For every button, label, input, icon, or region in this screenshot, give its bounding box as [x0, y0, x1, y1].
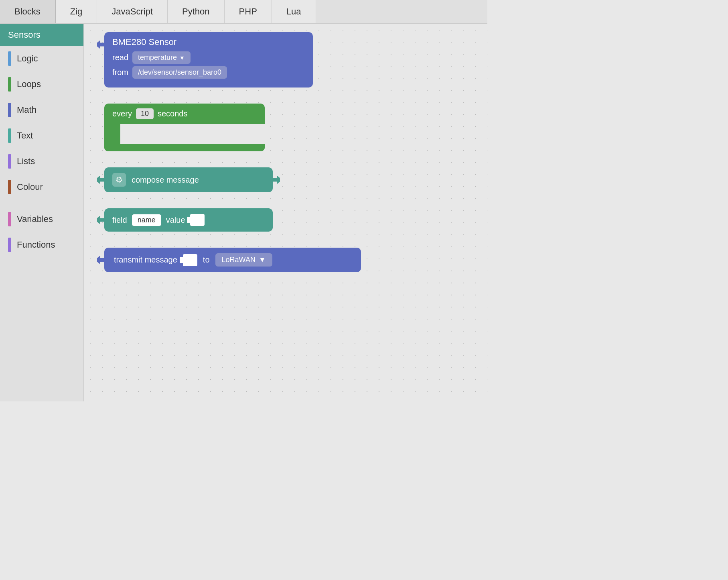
sidebar-divider [0, 200, 83, 206]
sidebar-item-colour[interactable]: Colour [0, 174, 83, 200]
text-color-bar [8, 128, 11, 143]
canvas: BME280 Sensor read temperature ▼ from /d… [84, 24, 487, 401]
sidebar-item-variables-label: Variables [17, 214, 53, 224]
transmit-puzzle-connector [183, 254, 197, 266]
every-bottom [104, 144, 265, 151]
math-color-bar [8, 103, 11, 117]
read-value: temperature [138, 53, 177, 62]
sidebar-item-loops-label: Loops [17, 79, 41, 90]
every-number[interactable]: 10 [136, 108, 154, 119]
tab-python-label: Python [182, 6, 210, 17]
variables-color-bar [8, 212, 11, 226]
every-label-after: seconds [158, 109, 188, 118]
field-value-slot [190, 214, 205, 226]
tab-zig-label: Zig [70, 6, 83, 17]
sidebar-item-variables[interactable]: Variables [0, 206, 83, 232]
sidebar-item-colour-label: Colour [17, 182, 43, 192]
tab-blocks-label: Blocks [14, 6, 41, 17]
tab-php[interactable]: PHP [225, 0, 272, 23]
read-label: read [112, 53, 128, 62]
sidebar-item-text[interactable]: Text [0, 123, 83, 149]
gear-icon: ⚙ [112, 173, 126, 187]
tab-php-label: PHP [239, 6, 257, 17]
sidebar: Sensors Logic Loops Math Text Lists [0, 24, 84, 401]
main-layout: Sensors Logic Loops Math Text Lists [0, 24, 487, 401]
sidebar-item-logic-label: Logic [17, 53, 38, 64]
lorawan-dropdown[interactable]: LoRaWAN ▼ [215, 253, 272, 267]
block-every[interactable]: every 10 seconds [104, 104, 265, 151]
sidebar-item-functions-label: Functions [17, 240, 55, 250]
lorawan-arrow: ▼ [259, 256, 266, 264]
field-label: field [112, 216, 127, 225]
lorawan-value: LoRaWAN [222, 256, 256, 264]
block-transmit[interactable]: transmit message to LoRaWAN ▼ [104, 248, 361, 272]
transmit-to-label: to [203, 255, 210, 265]
tab-python[interactable]: Python [168, 0, 225, 23]
read-dropdown-arrow: ▼ [179, 55, 185, 61]
sidebar-item-math-label: Math [17, 105, 37, 115]
loops-color-bar [8, 77, 11, 92]
every-left-arm [104, 124, 120, 144]
block-compose[interactable]: ⚙ compose message [104, 167, 273, 192]
logic-color-bar [8, 51, 11, 66]
sidebar-item-loops[interactable]: Loops [0, 71, 83, 97]
transmit-label: transmit message [114, 255, 177, 265]
tab-javascript-label: JavaScript [112, 6, 153, 17]
compose-label: compose message [132, 175, 199, 185]
every-top-row: every 10 seconds [104, 104, 265, 124]
sidebar-item-logic[interactable]: Logic [0, 46, 83, 71]
sidebar-item-functions[interactable]: Functions [0, 232, 83, 258]
functions-color-bar [8, 238, 11, 252]
tab-javascript[interactable]: JavaScript [97, 0, 168, 23]
from-value[interactable]: /dev/sensor/sensor_baro0 [132, 66, 227, 79]
tab-lua[interactable]: Lua [272, 0, 316, 23]
block-field[interactable]: field name value [104, 208, 273, 232]
bme280-from-row: from /dev/sensor/sensor_baro0 [112, 66, 305, 79]
lists-color-bar [8, 154, 11, 169]
header-tabs: Blocks Zig JavaScript Python PHP Lua [0, 0, 487, 24]
sidebar-item-math[interactable]: Math [0, 97, 83, 123]
bme280-read-row: read temperature ▼ [112, 51, 305, 64]
sidebar-item-lists-label: Lists [17, 156, 35, 167]
every-c-body [104, 124, 265, 144]
colour-color-bar [8, 180, 11, 194]
tab-lua-label: Lua [286, 6, 301, 17]
every-inner-slot [120, 124, 265, 144]
tab-blocks[interactable]: Blocks [0, 0, 56, 23]
bme280-title: BME280 Sensor [112, 37, 305, 47]
sidebar-item-sensors[interactable]: Sensors [0, 24, 83, 46]
sidebar-item-lists[interactable]: Lists [0, 149, 83, 174]
block-bme280[interactable]: BME280 Sensor read temperature ▼ from /d… [104, 32, 313, 88]
block-area: BME280 Sensor read temperature ▼ from /d… [104, 32, 361, 288]
gear-symbol: ⚙ [116, 175, 123, 185]
sidebar-item-sensors-label: Sensors [8, 30, 41, 40]
sidebar-item-text-label: Text [17, 130, 33, 141]
read-dropdown[interactable]: temperature ▼ [132, 51, 191, 64]
field-name-badge[interactable]: name [132, 214, 161, 226]
tab-zig[interactable]: Zig [56, 0, 97, 23]
from-label: from [112, 68, 128, 77]
every-label-before: every [112, 109, 132, 118]
field-value-label: value [166, 216, 185, 225]
